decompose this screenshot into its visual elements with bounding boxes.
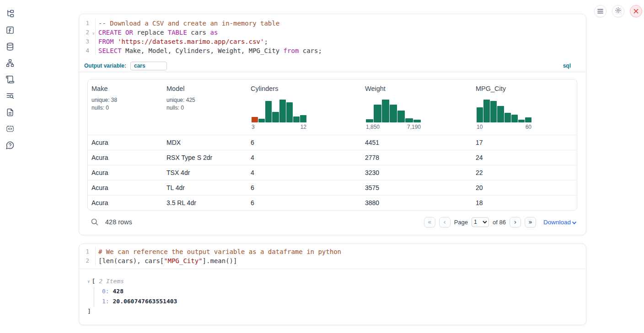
- table-row[interactable]: AcuraMDX6445117: [88, 135, 577, 150]
- table-output: Makeunique: 38nulls: 0Modelunique: 425nu…: [79, 72, 586, 231]
- page-total: of 86: [493, 219, 506, 226]
- code-text: CREATE OR replace TABLE cars as: [96, 28, 218, 37]
- column-header-cylinders[interactable]: Cylinders312: [247, 79, 361, 135]
- prev-page-button[interactable]: ‹: [439, 217, 451, 227]
- table-header: Makeunique: 38nulls: 0Modelunique: 425nu…: [88, 79, 577, 135]
- code-line[interactable]: 2∨CREATE OR replace TABLE cars as: [79, 28, 586, 37]
- output-variable-input[interactable]: [130, 62, 167, 70]
- tree-toggle-icon[interactable]: ∨: [87, 276, 90, 286]
- line-number-text: 1: [86, 20, 89, 26]
- last-page-button[interactable]: »: [525, 217, 536, 227]
- tree-items-label: 2 Items: [99, 276, 124, 286]
- histogram-bar: [279, 100, 286, 122]
- settings-button[interactable]: [612, 5, 624, 17]
- search-icon[interactable]: [91, 218, 99, 226]
- column-header-make[interactable]: Makeunique: 38nulls: 0: [88, 79, 163, 135]
- histogram-bar: [525, 117, 531, 122]
- table-cell: Acura: [88, 184, 163, 191]
- histogram-min-label: 10: [477, 124, 483, 130]
- column-header-mpg_city[interactable]: MPG_City1060: [472, 79, 577, 135]
- table-cell: Acura: [88, 169, 163, 176]
- close-icon: [633, 7, 639, 16]
- code-line[interactable]: 3FROM 'https://datasets.marimo.app/cars.…: [79, 37, 586, 46]
- table-cell: 20: [472, 184, 577, 191]
- sidebar-item-file-tree[interactable]: [5, 10, 15, 19]
- code-line[interactable]: 1-- Download a CSV and create an in-memo…: [79, 19, 586, 28]
- histogram-bars: [366, 100, 421, 122]
- table-cell: 3880: [361, 199, 472, 206]
- sidebar-item-snippets[interactable]: [5, 125, 15, 134]
- code-token: Make, Model, Cylinders, Weight, MPG_City: [122, 47, 284, 54]
- code-token: [len(cars), cars[: [98, 257, 164, 264]
- code-line[interactable]: 1# We can reference the output variable …: [79, 247, 586, 256]
- page: { "colors": { "histogram_teal": "#147a5e…: [0, 0, 644, 333]
- column-header-weight[interactable]: Weight1,8507,190: [361, 79, 472, 135]
- chevron-down-icon: [572, 219, 576, 226]
- table-row[interactable]: AcuraRSX Type S 2dr4277824: [88, 150, 577, 165]
- histogram-bar: [382, 100, 389, 122]
- table-cell: Acura: [88, 199, 163, 206]
- table-cell: 6: [247, 139, 361, 146]
- tree-value: 428: [113, 288, 123, 295]
- table-cell: 3.5 RL 4dr: [163, 199, 247, 206]
- sidebar-item-help[interactable]: [5, 142, 15, 151]
- log-search-icon: [5, 91, 15, 102]
- code-token: 'https://datasets.marimo.app/cars.csv': [118, 38, 264, 45]
- sidebar-item-functions[interactable]: [5, 26, 15, 36]
- menu-button[interactable]: [594, 5, 606, 17]
- histogram-labels: 312: [252, 124, 306, 130]
- page-select[interactable]: 1: [472, 217, 489, 227]
- python-code-editor[interactable]: 1# We can reference the output variable …: [79, 244, 586, 269]
- histogram-bar: [405, 118, 413, 122]
- table-cell: 6: [247, 199, 361, 206]
- table-cell: MDX: [163, 139, 247, 146]
- next-page-button[interactable]: ›: [510, 217, 521, 227]
- table-row[interactable]: Acura3.5 RL 4dr6388018: [88, 195, 577, 210]
- mpg_city-histogram: 1060: [477, 100, 531, 130]
- close-button[interactable]: [630, 5, 642, 17]
- histogram-bar: [413, 120, 421, 122]
- snippets-icon: [5, 124, 15, 135]
- hamburger-icon: [597, 7, 603, 16]
- code-token: cars: [187, 29, 210, 36]
- histogram-bar: [265, 101, 272, 122]
- histogram-bar: [397, 111, 405, 122]
- table-cell: 3230: [361, 169, 472, 176]
- column-stats: unique: 38nulls: 0: [91, 96, 159, 112]
- sql-code-editor[interactable]: 1-- Download a CSV and create an in-memo…: [79, 14, 586, 60]
- code-token: -- Download a CSV and create an in-memor…: [98, 20, 279, 27]
- histogram-bar: [511, 115, 518, 122]
- tree-item[interactable]: 1: 20.060747663551403: [102, 296, 578, 307]
- tree-item[interactable]: 0: 428: [102, 286, 578, 296]
- fold-chevron-icon[interactable]: ∨: [92, 29, 95, 38]
- sidebar-item-scratchpad[interactable]: [5, 76, 15, 85]
- download-button[interactable]: Download: [543, 219, 576, 226]
- code-token: from: [284, 47, 299, 54]
- sql-language-badge[interactable]: sql: [563, 63, 571, 69]
- tree-items: 0: 4281: 20.060747663551403: [94, 286, 578, 307]
- table-row[interactable]: AcuraTL 4dr6357520: [88, 180, 577, 195]
- histogram-bar: [390, 105, 397, 122]
- histogram-bar: [366, 119, 373, 122]
- line-number-text: 2: [86, 29, 89, 36]
- line-number: 2: [79, 256, 96, 265]
- sidebar-item-dependencies[interactable]: [5, 59, 15, 69]
- code-line[interactable]: 4SELECT Make, Model, Cylinders, Weight, …: [79, 46, 586, 55]
- sidebar-item-logs[interactable]: [5, 92, 15, 101]
- column-header-model[interactable]: Modelunique: 425nulls: 0: [163, 79, 247, 135]
- help-icon: [5, 141, 15, 152]
- sidebar-item-datasources[interactable]: [5, 43, 15, 52]
- histogram-bar: [518, 120, 525, 122]
- table-cell: 6: [247, 184, 361, 191]
- sidebar-item-documentation[interactable]: [5, 109, 15, 118]
- code-line[interactable]: 2[len(cars), cars["MPG_City"].mean()]: [79, 256, 586, 265]
- column-name: Weight: [365, 85, 468, 92]
- sql-cell: 1-- Download a CSV and create an in-memo…: [79, 14, 586, 235]
- histogram-bars: [252, 100, 306, 122]
- table-row[interactable]: AcuraTSX 4dr4323022: [88, 165, 577, 180]
- first-page-button[interactable]: «: [424, 217, 435, 227]
- column-name: Make: [91, 85, 159, 92]
- line-number: 4: [79, 46, 96, 55]
- download-label: Download: [543, 219, 571, 226]
- histogram-bar: [483, 100, 490, 122]
